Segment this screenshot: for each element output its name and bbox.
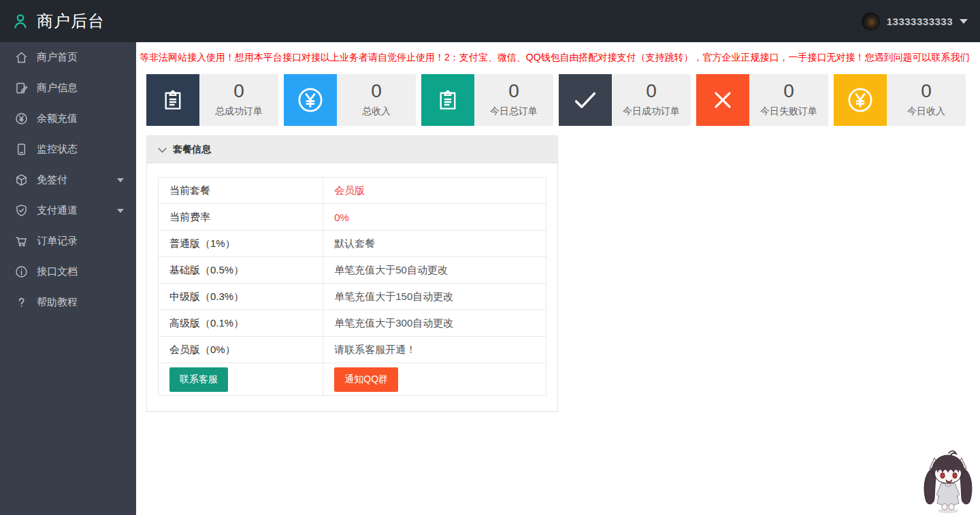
stat-card-total-income: 0 总收入	[284, 74, 416, 126]
merchant-logo-icon	[11, 12, 30, 31]
chevron-down-icon	[158, 144, 167, 156]
row-value: 单笔充值大于50自动更改	[323, 257, 546, 284]
yen-circle-icon	[834, 74, 887, 126]
stat-value: 0	[612, 80, 691, 102]
table-row: 中级版（0.3%） 单笔充值大于150自动更改	[159, 284, 546, 310]
shield-check-icon	[14, 203, 29, 218]
check-icon	[559, 74, 612, 126]
stat-cards-row: 0 总成功订单 0 总收入 0 今日总订单	[146, 74, 971, 126]
table-row: 当前费率 0%	[159, 204, 546, 231]
sidebar-item-label: 监控状态	[37, 143, 78, 156]
stat-card-today-failed-orders: 0 今日失败订单	[696, 74, 828, 126]
stat-value: 0	[474, 80, 553, 102]
row-label: 中级版（0.3%）	[159, 284, 323, 310]
table-row: 高级版（0.1%） 单笔充值大于300自动更改	[159, 310, 546, 337]
stat-value: 0	[337, 80, 416, 102]
sidebar-item-order-records[interactable]: 订单记录	[0, 226, 136, 256]
top-header: 商户后台 13333333333	[0, 0, 980, 42]
table-row: 基础版（0.5%） 单笔充值大于50自动更改	[159, 257, 546, 284]
sidebar-item-label: 余额充值	[37, 112, 78, 125]
sidebar-item-label: 帮助教程	[37, 296, 78, 309]
row-value: 请联系客服开通！	[323, 337, 546, 363]
info-circle-icon	[14, 265, 29, 280]
monitor-phone-icon	[14, 142, 29, 157]
chevron-down-icon	[960, 19, 968, 24]
contact-support-button[interactable]: 联系客服	[169, 367, 228, 392]
stat-label: 总成功订单	[199, 105, 278, 118]
sidebar-item-label: 商户信息	[37, 82, 78, 95]
stat-card-today-total-orders: 0 今日总订单	[421, 74, 553, 126]
row-value: 会员版	[323, 178, 546, 204]
sidebar-item-api-docs[interactable]: 接口文档	[0, 256, 136, 287]
mascot-image	[917, 447, 979, 515]
package-table: 当前套餐 会员版 当前费率 0% 普通版（1%） 默认套餐 基础版（0.5%） …	[158, 177, 546, 396]
sidebar: 商户首页 商户信息 余额充值 监控状态 免签付 支付通道	[0, 42, 136, 515]
sidebar-item-label: 支付通道	[37, 204, 78, 217]
stat-card-total-success-orders: 0 总成功订单	[146, 74, 278, 126]
stat-value: 0	[887, 80, 966, 102]
yen-circle-icon	[14, 112, 29, 127]
clipboard-icon	[421, 74, 474, 126]
stat-value: 0	[749, 80, 828, 102]
sidebar-item-label: 接口文档	[37, 265, 78, 278]
table-row-buttons: 联系客服 通知QQ群	[159, 363, 546, 396]
row-label: 当前费率	[159, 204, 323, 231]
notice-marquee: 等非法网站接入使用！想用本平台接口对接以上业务者请自觉停止使用！2：支付宝、微信…	[140, 52, 980, 64]
sidebar-item-label: 订单记录	[37, 235, 78, 248]
sidebar-item-balance-recharge[interactable]: 余额充值	[0, 103, 136, 134]
chevron-down-icon	[117, 178, 124, 182]
row-label: 普通版（1%）	[159, 231, 323, 257]
sidebar-item-label: 商户首页	[37, 51, 78, 64]
sidebar-item-no-sign-pay[interactable]: 免签付	[0, 165, 136, 195]
notify-qq-group-button[interactable]: 通知QQ群	[334, 367, 398, 392]
brand: 商户后台	[0, 10, 105, 32]
package-panel-header[interactable]: 套餐信息	[147, 136, 557, 163]
stat-label: 今日收入	[887, 105, 966, 118]
stat-value: 0	[199, 80, 278, 102]
sidebar-item-payment-channel[interactable]: 支付通道	[0, 195, 136, 226]
user-menu[interactable]: 13333333333	[862, 0, 968, 42]
table-row: 普通版（1%） 默认套餐	[159, 231, 546, 257]
row-label: 会员版（0%）	[159, 337, 323, 363]
avatar[interactable]	[862, 12, 880, 31]
cart-icon	[14, 234, 29, 249]
sidebar-item-monitor-status[interactable]: 监控状态	[0, 134, 136, 165]
stat-label: 今日失败订单	[749, 105, 828, 118]
row-value: 默认套餐	[323, 231, 546, 257]
yen-circle-icon	[284, 74, 337, 126]
merchant-info-icon	[14, 81, 29, 96]
chevron-down-icon	[117, 209, 124, 213]
user-phone: 13333333333	[887, 16, 953, 27]
sidebar-item-help-tutorial[interactable]: 帮助教程	[0, 287, 136, 318]
sidebar-item-label: 免签付	[37, 173, 67, 186]
stat-label: 总收入	[337, 105, 416, 118]
clipboard-icon	[146, 74, 199, 126]
question-icon	[14, 295, 29, 310]
app-title: 商户后台	[37, 10, 105, 32]
table-row: 会员版（0%） 请联系客服开通！	[159, 337, 546, 363]
stat-label: 今日成功订单	[612, 105, 691, 118]
row-label: 当前套餐	[159, 178, 323, 204]
row-label: 基础版（0.5%）	[159, 257, 323, 284]
stat-card-today-success-orders: 0 今日成功订单	[559, 74, 691, 126]
close-icon	[696, 74, 749, 126]
table-row: 当前套餐 会员版	[159, 178, 546, 204]
sidebar-item-home[interactable]: 商户首页	[0, 42, 136, 73]
row-value: 单笔充值大于150自动更改	[323, 284, 546, 310]
stat-label: 今日总订单	[474, 105, 553, 118]
main-content: 等非法网站接入使用！想用本平台接口对接以上业务者请自觉停止使用！2：支付宝、微信…	[136, 42, 980, 515]
stat-card-today-income: 0 今日收入	[834, 74, 966, 126]
panel-title: 套餐信息	[173, 144, 211, 156]
package-info-panel: 套餐信息 当前套餐 会员版 当前费率 0% 普通版（1%） 默认套餐	[146, 135, 558, 412]
row-value: 单笔充值大于300自动更改	[323, 310, 546, 337]
home-icon	[14, 50, 29, 65]
row-value: 0%	[323, 204, 546, 231]
cube-icon	[14, 173, 29, 188]
sidebar-item-merchant-info[interactable]: 商户信息	[0, 73, 136, 103]
row-label: 高级版（0.1%）	[159, 310, 323, 337]
